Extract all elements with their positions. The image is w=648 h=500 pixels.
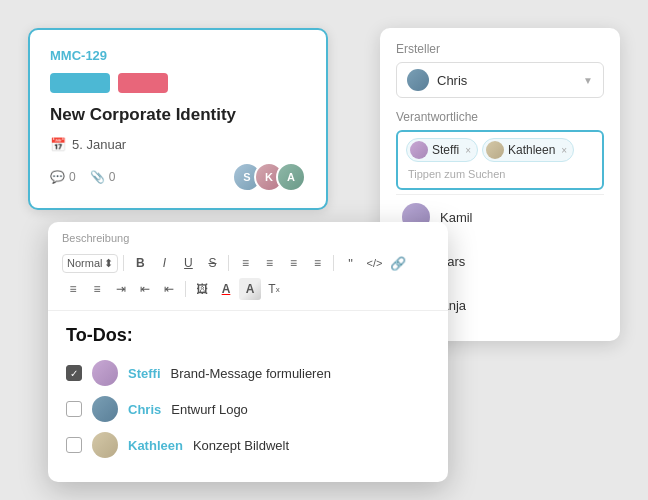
task-labels xyxy=(50,73,306,93)
todo-item-2: Kathleen Konzept Bildwelt xyxy=(66,432,430,458)
toolbar-divider-2 xyxy=(228,255,229,271)
bullet-list-button[interactable]: ≡ xyxy=(62,278,84,300)
task-card: MMC-129 New Corporate Identity 📅 5. Janu… xyxy=(28,28,328,210)
comments-meta: 💬 0 xyxy=(50,170,76,184)
tag-kathleen-name: Kathleen xyxy=(508,143,555,157)
align-right-button[interactable]: ≡ xyxy=(282,252,304,274)
font-color-button[interactable]: A xyxy=(215,278,237,300)
responsible-tags: Steffi × Kathleen × xyxy=(406,138,594,162)
outdent-button[interactable]: ⇤ xyxy=(158,278,180,300)
bold-button[interactable]: B xyxy=(129,252,151,274)
toolbar-divider-4 xyxy=(185,281,186,297)
todo-item-0: ✓ Steffi Brand-Message formulieren xyxy=(66,360,430,386)
toolbar-divider-3 xyxy=(333,255,334,271)
label-pink xyxy=(118,73,168,93)
creator-select-content: Chris xyxy=(407,69,467,91)
attachment-count: 0 xyxy=(109,170,116,184)
underline-button[interactable]: U xyxy=(177,252,199,274)
editor-title: To-Dos: xyxy=(66,325,430,346)
comment-count: 0 xyxy=(69,170,76,184)
responsible-box: Steffi × Kathleen × Tippen zum Suchen xyxy=(396,130,604,190)
clear-format-button[interactable]: Tx xyxy=(263,278,285,300)
blockquote-button[interactable]: " xyxy=(339,252,361,274)
todo-person-steffi[interactable]: Steffi xyxy=(128,366,161,381)
todo-avatar-kathleen xyxy=(92,432,118,458)
search-hint: Tippen zum Suchen xyxy=(406,166,594,182)
chevron-down-icon: ▼ xyxy=(583,75,593,86)
tag-steffi[interactable]: Steffi × xyxy=(406,138,478,162)
tag-kathleen-avatar xyxy=(486,141,504,159)
toolbar-row-2: ≡ ≡ ⇥ ⇤ ⇤ 🖼 A A Tx xyxy=(62,278,434,300)
label-teal xyxy=(50,73,110,93)
align-justify-button[interactable]: ≡ xyxy=(306,252,328,274)
editor-card: Beschreibung Normal ⬍ B I U S ≡ ≡ ≡ ≡ " … xyxy=(48,222,448,482)
todo-item-1: Chris Entwurf Logo xyxy=(66,396,430,422)
remove-kathleen-button[interactable]: × xyxy=(561,145,567,156)
todo-person-kathleen[interactable]: Kathleen xyxy=(128,438,183,453)
section-label: Beschreibung xyxy=(62,232,434,244)
ordered-list-button[interactable]: ≡ xyxy=(86,278,108,300)
todo-text-2: Konzept Bildwelt xyxy=(193,438,289,453)
creator-label: Ersteller xyxy=(396,42,604,56)
format-chevron-icon: ⬍ xyxy=(104,257,113,270)
align-left-button[interactable]: ≡ xyxy=(234,252,256,274)
task-title: New Corporate Identity xyxy=(50,105,306,125)
date-text: 5. Januar xyxy=(72,137,126,152)
task-footer: 💬 0 📎 0 S K A xyxy=(50,162,306,192)
member-avatars: S K A xyxy=(232,162,306,192)
editor-body: To-Dos: ✓ Steffi Brand-Message formulier… xyxy=(48,311,448,482)
format-normal-label: Normal xyxy=(67,257,102,269)
insert-image-button[interactable]: 🖼 xyxy=(191,278,213,300)
format-select[interactable]: Normal ⬍ xyxy=(62,254,118,273)
todo-text-0: Brand-Message formulieren xyxy=(171,366,331,381)
tag-steffi-name: Steffi xyxy=(432,143,459,157)
indent-button[interactable]: ⇥ xyxy=(110,278,132,300)
comment-icon: 💬 xyxy=(50,170,65,184)
link-button[interactable]: 🔗 xyxy=(387,252,409,274)
tag-steffi-avatar xyxy=(410,141,428,159)
tag-kathleen[interactable]: Kathleen × xyxy=(482,138,574,162)
task-date: 📅 5. Januar xyxy=(50,137,306,152)
todo-avatar-chris xyxy=(92,396,118,422)
attachment-icon: 📎 xyxy=(90,170,105,184)
todo-checkbox-0[interactable]: ✓ xyxy=(66,365,82,381)
todo-checkbox-1[interactable] xyxy=(66,401,82,417)
todo-text-1: Entwurf Logo xyxy=(171,402,248,417)
strikethrough-button[interactable]: S xyxy=(201,252,223,274)
font-bg-button[interactable]: A xyxy=(239,278,261,300)
creator-select[interactable]: Chris ▼ xyxy=(396,62,604,98)
todo-person-chris[interactable]: Chris xyxy=(128,402,161,417)
italic-button[interactable]: I xyxy=(153,252,175,274)
creator-avatar xyxy=(407,69,429,91)
code-button[interactable]: </> xyxy=(363,252,385,274)
attachments-meta: 📎 0 xyxy=(90,170,116,184)
creator-name: Chris xyxy=(437,73,467,88)
remove-steffi-button[interactable]: × xyxy=(465,145,471,156)
toolbar-divider-1 xyxy=(123,255,124,271)
task-meta: 💬 0 📎 0 xyxy=(50,170,115,184)
responsible-label: Verantwortliche xyxy=(396,110,604,124)
editor-header: Beschreibung Normal ⬍ B I U S ≡ ≡ ≡ ≡ " … xyxy=(48,222,448,311)
avatar-3: A xyxy=(276,162,306,192)
align-center-button[interactable]: ≡ xyxy=(258,252,280,274)
todo-checkbox-2[interactable] xyxy=(66,437,82,453)
outdent-left-button[interactable]: ⇤ xyxy=(134,278,156,300)
calendar-icon: 📅 xyxy=(50,137,66,152)
toolbar-row-1: Normal ⬍ B I U S ≡ ≡ ≡ ≡ " </> 🔗 xyxy=(62,252,434,274)
todo-avatar-steffi xyxy=(92,360,118,386)
task-id: MMC-129 xyxy=(50,48,306,63)
